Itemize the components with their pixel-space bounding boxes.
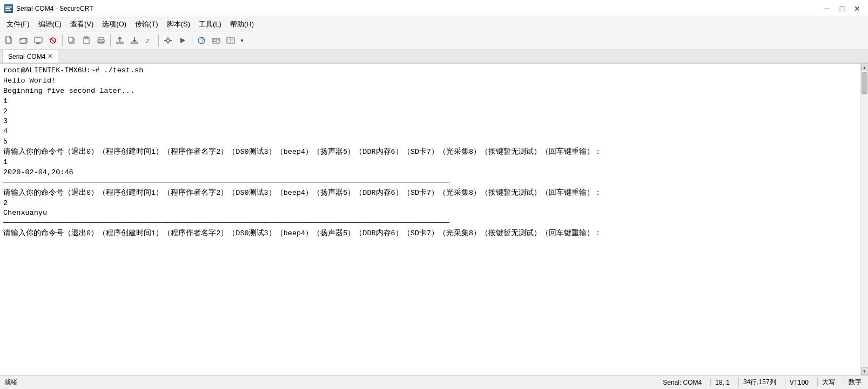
app-icon — [4, 4, 13, 13]
window-controls: ─ □ ✕ — [820, 3, 864, 14]
toolbar-sep-4 — [192, 35, 192, 46]
svg-rect-3 — [5, 10, 11, 11]
toolbar: Z ? ▾ — [0, 31, 868, 50]
title-bar: Serial-COM4 - SecureCRT ─ □ ✕ — [0, 0, 868, 17]
toolbar-dropdown[interactable]: ▾ — [238, 33, 246, 47]
minimize-button[interactable]: ─ — [820, 3, 833, 14]
svg-rect-8 — [35, 37, 42, 43]
svg-rect-34 — [213, 41, 214, 42]
menu-edit[interactable]: 编辑(E) — [34, 18, 66, 30]
toolbar-keymaps[interactable] — [209, 33, 223, 47]
svg-rect-1 — [5, 6, 12, 8]
tab-serial-com4[interactable]: Serial-COM4 ✕ — [2, 50, 58, 63]
toolbar-copy[interactable] — [65, 33, 79, 47]
svg-rect-33 — [218, 39, 219, 40]
svg-line-12 — [51, 39, 55, 42]
svg-rect-19 — [117, 42, 123, 44]
scroll-track[interactable] — [861, 71, 868, 367]
status-position: 18, 1 — [710, 379, 732, 386]
scroll-up-arrow[interactable]: ▲ — [861, 64, 869, 71]
svg-text:?: ? — [200, 37, 204, 44]
toolbar-new[interactable] — [2, 33, 16, 47]
terminal-output[interactable]: root@ALIENTEK-IMX6U:~# ./test.sh Hello W… — [0, 64, 860, 375]
window-title: Serial-COM4 - SecureCRT — [16, 5, 820, 12]
toolbar-print[interactable] — [94, 33, 108, 47]
toolbar-map[interactable] — [224, 33, 238, 47]
svg-rect-20 — [131, 42, 138, 44]
menu-transfer[interactable]: 传输(T) — [131, 18, 163, 30]
toolbar-script-run[interactable] — [176, 33, 190, 47]
toolbar-sep-3 — [158, 35, 159, 46]
status-num: 数字 — [844, 378, 864, 387]
toolbar-help[interactable]: ? — [194, 33, 208, 47]
status-bar: 就绪 Serial: COM4 18, 1 34行,157列 VT100 大写 … — [0, 375, 868, 389]
svg-point-22 — [166, 39, 170, 42]
toolbar-paste[interactable] — [79, 33, 93, 47]
close-button[interactable]: ✕ — [851, 3, 864, 14]
menu-help[interactable]: 帮助(H) — [226, 18, 258, 30]
vertical-scrollbar[interactable]: ▲ ▼ — [860, 64, 868, 375]
svg-rect-7 — [20, 38, 26, 43]
svg-rect-2 — [5, 8, 10, 9]
menu-bar: 文件(F) 编辑(E) 查看(V) 选项(O) 传输(T) 脚本(S) 工具(L… — [0, 17, 868, 31]
tab-close-button[interactable]: ✕ — [48, 53, 52, 60]
toolbar-open[interactable] — [17, 33, 31, 47]
toolbar-sep-1 — [62, 35, 63, 46]
svg-rect-15 — [84, 38, 89, 44]
svg-rect-32 — [216, 39, 217, 40]
toolbar-upload[interactable] — [113, 33, 127, 47]
scroll-down-arrow[interactable]: ▼ — [861, 367, 869, 375]
status-ready: 就绪 — [4, 378, 661, 387]
toolbar-disconnect[interactable] — [46, 33, 60, 47]
menu-options[interactable]: 选项(O) — [98, 18, 131, 30]
maximize-button[interactable]: □ — [836, 3, 849, 14]
svg-marker-27 — [180, 38, 185, 43]
toolbar-zmodem[interactable]: Z — [142, 33, 156, 47]
toolbar-sep-2 — [110, 35, 111, 46]
menu-script[interactable]: 脚本(S) — [163, 18, 194, 30]
toolbar-options[interactable] — [161, 33, 175, 47]
menu-view[interactable]: 查看(V) — [66, 18, 98, 30]
menu-tools[interactable]: 工具(L) — [194, 18, 226, 30]
status-rowcol: 34行,157列 — [738, 378, 778, 387]
terminal-container: root@ALIENTEK-IMX6U:~# ./test.sh Hello W… — [0, 64, 868, 375]
svg-rect-14 — [69, 37, 73, 42]
menu-file[interactable]: 文件(F) — [2, 18, 34, 30]
tab-bar: Serial-COM4 ✕ — [0, 50, 868, 64]
toolbar-sessions[interactable] — [31, 33, 45, 47]
status-vt: VT100 — [785, 379, 811, 386]
svg-rect-30 — [212, 38, 220, 43]
status-serial: Serial: COM4 — [661, 379, 704, 386]
toolbar-download[interactable] — [127, 33, 142, 47]
svg-text:Z: Z — [146, 38, 150, 44]
svg-rect-31 — [213, 39, 214, 40]
tab-label: Serial-COM4 — [8, 53, 45, 60]
svg-rect-35 — [216, 41, 217, 42]
scroll-thumb[interactable] — [862, 72, 867, 94]
status-caps: 大写 — [817, 378, 837, 387]
svg-rect-4 — [6, 37, 11, 43]
status-right: Serial: COM4 18, 1 34行,157列 VT100 大写 数字 — [661, 378, 864, 387]
